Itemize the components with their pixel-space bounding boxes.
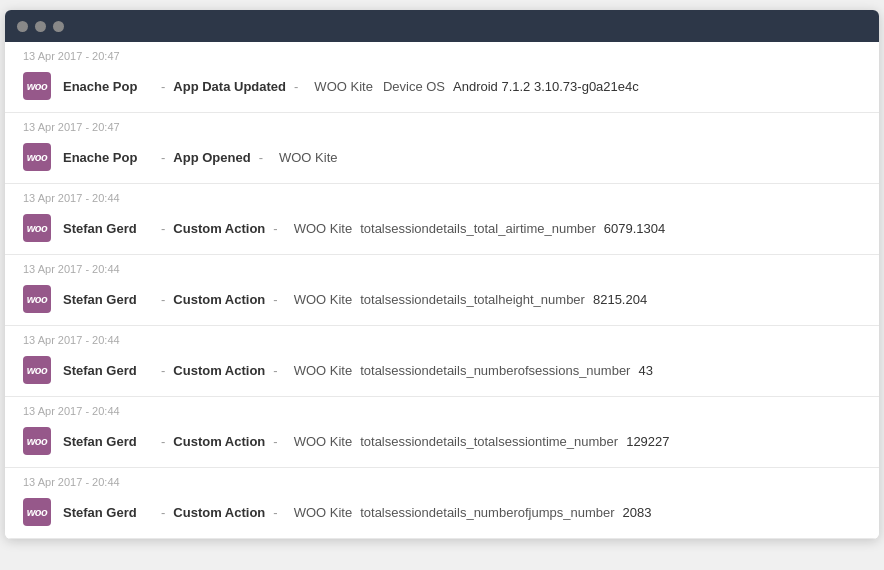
event-detail: totalsessiondetails_numberofsessions_num…	[360, 363, 630, 378]
woo-icon: woo	[23, 143, 51, 171]
separator-dash: -	[161, 434, 165, 449]
separator-dash: -	[161, 150, 165, 165]
titlebar-dot-3	[53, 21, 64, 32]
event-user: Enache Pop	[63, 150, 153, 165]
event-timestamp: 13 Apr 2017 - 20:44	[5, 397, 879, 419]
event-os: Device OS	[383, 79, 445, 94]
woo-icon-label: woo	[27, 151, 48, 163]
event-app: WOO Kite	[294, 505, 353, 520]
woo-icon-label: woo	[27, 222, 48, 234]
event-app: WOO Kite	[294, 221, 353, 236]
event-app: WOO Kite	[294, 434, 353, 449]
separator-dash-2: -	[294, 79, 298, 94]
event-timestamp: 13 Apr 2017 - 20:44	[5, 184, 879, 206]
separator-dash: -	[161, 505, 165, 520]
separator-dash-2: -	[273, 505, 277, 520]
event-row: wooStefan Gerd-Custom Action-WOO Kitetot…	[5, 490, 879, 538]
event-app: WOO Kite	[294, 363, 353, 378]
event-value: 2083	[623, 505, 652, 520]
event-row: wooStefan Gerd-Custom Action-WOO Kitetot…	[5, 348, 879, 396]
event-action: Custom Action	[173, 434, 265, 449]
event-timestamp: 13 Apr 2017 - 20:44	[5, 255, 879, 277]
event-group: 13 Apr 2017 - 20:44wooStefan Gerd-Custom…	[5, 184, 879, 255]
woo-icon-label: woo	[27, 435, 48, 447]
woo-icon: woo	[23, 285, 51, 313]
woo-icon: woo	[23, 214, 51, 242]
event-row: wooEnache Pop-App Data Updated-WOO KiteD…	[5, 64, 879, 112]
event-timestamp: 13 Apr 2017 - 20:47	[5, 42, 879, 64]
titlebar-dot-2	[35, 21, 46, 32]
event-value: 6079.1304	[604, 221, 665, 236]
woo-icon-label: woo	[27, 506, 48, 518]
woo-icon: woo	[23, 498, 51, 526]
event-action: Custom Action	[173, 292, 265, 307]
separator-dash-2: -	[259, 150, 263, 165]
event-user: Stefan Gerd	[63, 292, 153, 307]
event-app: WOO Kite	[314, 79, 373, 94]
events-list: 13 Apr 2017 - 20:47wooEnache Pop-App Dat…	[5, 42, 879, 539]
woo-icon-label: woo	[27, 293, 48, 305]
event-timestamp: 13 Apr 2017 - 20:47	[5, 113, 879, 135]
woo-icon: woo	[23, 72, 51, 100]
event-row: wooStefan Gerd-Custom Action-WOO Kitetot…	[5, 206, 879, 254]
event-detail: totalsessiondetails_numberofjumps_number	[360, 505, 614, 520]
event-action: App Data Updated	[173, 79, 286, 94]
event-action: Custom Action	[173, 221, 265, 236]
separator-dash: -	[161, 79, 165, 94]
event-group: 13 Apr 2017 - 20:44wooStefan Gerd-Custom…	[5, 468, 879, 539]
woo-icon-label: woo	[27, 80, 48, 92]
event-group: 13 Apr 2017 - 20:44wooStefan Gerd-Custom…	[5, 326, 879, 397]
separator-dash-2: -	[273, 292, 277, 307]
event-user: Stefan Gerd	[63, 221, 153, 236]
event-detail: totalsessiondetails_total_airtime_number	[360, 221, 596, 236]
separator-dash-2: -	[273, 363, 277, 378]
event-value: 129227	[626, 434, 669, 449]
event-value: Android 7.1.2 3.10.73-g0a21e4c	[453, 79, 639, 94]
event-user: Stefan Gerd	[63, 363, 153, 378]
event-timestamp: 13 Apr 2017 - 20:44	[5, 326, 879, 348]
event-user: Enache Pop	[63, 79, 153, 94]
event-action: App Opened	[173, 150, 250, 165]
event-app: WOO Kite	[294, 292, 353, 307]
separator-dash: -	[161, 292, 165, 307]
event-app: WOO Kite	[279, 150, 338, 165]
event-timestamp: 13 Apr 2017 - 20:44	[5, 468, 879, 490]
event-row: wooStefan Gerd-Custom Action-WOO Kitetot…	[5, 419, 879, 467]
event-group: 13 Apr 2017 - 20:44wooStefan Gerd-Custom…	[5, 397, 879, 468]
woo-icon: woo	[23, 356, 51, 384]
event-value: 43	[638, 363, 652, 378]
event-action: Custom Action	[173, 363, 265, 378]
separator-dash-2: -	[273, 434, 277, 449]
event-row: wooEnache Pop-App Opened-WOO Kite	[5, 135, 879, 183]
event-group: 13 Apr 2017 - 20:47wooEnache Pop-App Dat…	[5, 42, 879, 113]
app-window: 13 Apr 2017 - 20:47wooEnache Pop-App Dat…	[5, 10, 879, 539]
event-group: 13 Apr 2017 - 20:44wooStefan Gerd-Custom…	[5, 255, 879, 326]
separator-dash: -	[161, 363, 165, 378]
event-user: Stefan Gerd	[63, 434, 153, 449]
event-detail: totalsessiondetails_totalsessiontime_num…	[360, 434, 618, 449]
event-group: 13 Apr 2017 - 20:47wooEnache Pop-App Ope…	[5, 113, 879, 184]
event-user: Stefan Gerd	[63, 505, 153, 520]
separator-dash: -	[161, 221, 165, 236]
separator-dash-2: -	[273, 221, 277, 236]
titlebar	[5, 10, 879, 42]
woo-icon: woo	[23, 427, 51, 455]
event-action: Custom Action	[173, 505, 265, 520]
woo-icon-label: woo	[27, 364, 48, 376]
event-value: 8215.204	[593, 292, 647, 307]
event-row: wooStefan Gerd-Custom Action-WOO Kitetot…	[5, 277, 879, 325]
titlebar-dot-1	[17, 21, 28, 32]
event-detail: totalsessiondetails_totalheight_number	[360, 292, 585, 307]
